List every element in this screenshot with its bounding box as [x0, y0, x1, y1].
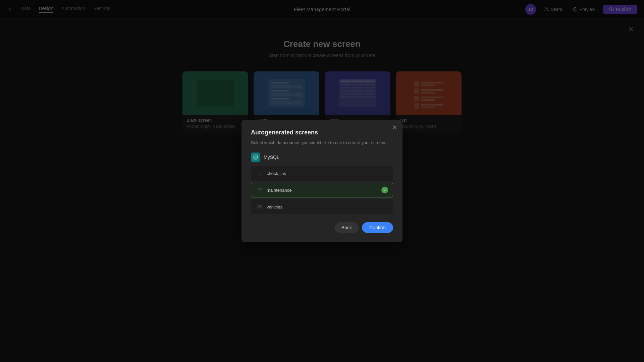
table-list: check_ins maintenance ✓ [251, 166, 393, 214]
modal-subtitle: Select which datasources you would like … [251, 139, 393, 146]
svg-rect-14 [258, 207, 262, 208]
svg-rect-10 [258, 191, 262, 191]
svg-rect-4 [258, 172, 262, 172]
table-item-check-ins[interactable]: check_ins [251, 166, 393, 181]
back-button[interactable]: Back [335, 222, 359, 233]
svg-rect-15 [258, 208, 260, 209]
modal-overlay: ✕ Autogenerated screens Select which dat… [0, 0, 644, 362]
table-item-maintenance[interactable]: maintenance ✓ [251, 183, 393, 197]
table-item-name: check_ins [267, 171, 388, 176]
svg-rect-9 [258, 190, 262, 190]
svg-rect-6 [258, 174, 262, 175]
autogenerated-screens-modal: ✕ Autogenerated screens Select which dat… [241, 120, 402, 243]
table-item-name: vehicles [267, 204, 388, 209]
modal-title: Autogenerated screens [251, 129, 393, 136]
modal-footer: Back Confirm [251, 222, 393, 233]
svg-rect-7 [258, 175, 260, 176]
confirm-button[interactable]: Confirm [362, 222, 393, 233]
datasource-name: MySQL [264, 155, 279, 160]
svg-rect-13 [258, 206, 262, 207]
selected-check-icon: ✓ [381, 187, 388, 193]
table-icon [256, 186, 263, 194]
table-icon [256, 170, 263, 177]
table-item-name: maintenance [267, 188, 378, 193]
table-item-vehicles[interactable]: vehicles [251, 199, 393, 214]
svg-rect-5 [258, 173, 262, 174]
svg-rect-11 [258, 192, 260, 192]
svg-rect-8 [258, 188, 262, 189]
datasource-header: MySQL [251, 153, 393, 162]
table-icon [256, 203, 263, 210]
mysql-icon [251, 153, 260, 162]
modal-close-button[interactable]: ✕ [392, 124, 397, 130]
svg-rect-12 [258, 205, 262, 206]
